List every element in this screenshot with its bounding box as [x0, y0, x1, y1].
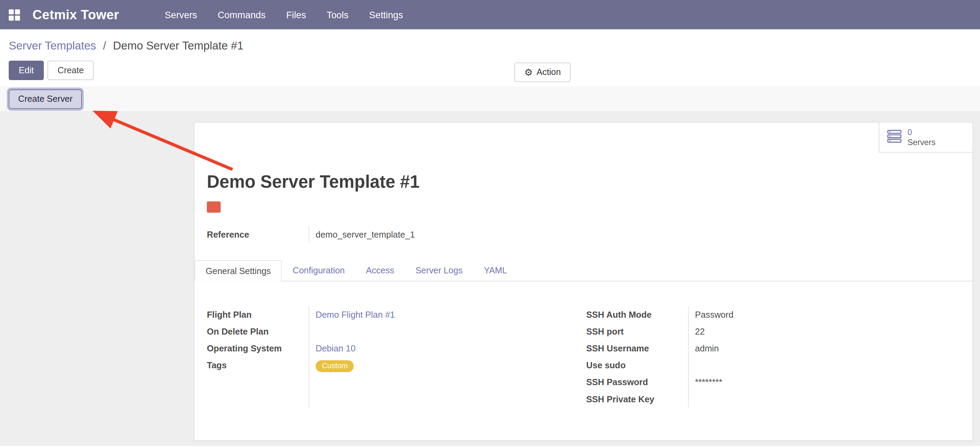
tag-custom: Custom	[316, 360, 354, 372]
tab-yaml[interactable]: YAML	[473, 260, 517, 281]
record-title: Demo Server Template #1	[207, 172, 972, 192]
create-server-button[interactable]: Create Server	[9, 89, 82, 108]
servers-icon	[887, 129, 902, 145]
field-value-on-delete-plan	[316, 323, 587, 340]
action-button-label: Action	[536, 63, 561, 81]
notebook-tabs: General Settings Configuration Access Se…	[194, 260, 972, 282]
general-settings-form: Flight Plan On Delete Plan Operating Sys…	[207, 307, 960, 408]
reference-label: Reference	[207, 226, 309, 243]
tab-configuration[interactable]: Configuration	[282, 260, 355, 281]
content-area: 0 Servers Demo Server Template #1 Refere…	[0, 112, 980, 446]
button-row: Edit Create	[9, 61, 971, 80]
nav-item-commands[interactable]: Commands	[211, 5, 272, 24]
reference-field: Reference demo_server_template_1	[207, 226, 972, 243]
field-value-use-sudo	[695, 357, 960, 374]
nav-item-servers[interactable]: Servers	[158, 5, 204, 24]
stat-text: 0 Servers	[907, 127, 935, 147]
app-window: Cetmix Tower Servers Commands Files Tool…	[0, 0, 980, 447]
field-value-ssh-auth-mode: Password	[695, 307, 960, 323]
breadcrumb-current: Demo Server Template #1	[113, 40, 243, 52]
apps-grid-icon[interactable]	[9, 9, 20, 20]
field-label-ssh-password: SSH Password	[586, 374, 688, 391]
field-group-right: SSH Auth Mode SSH port SSH Username Use …	[586, 307, 960, 408]
field-label-ssh-private-key: SSH Private Key	[586, 391, 688, 408]
stat-label: Servers	[907, 137, 935, 147]
control-panel: Server Templates / Demo Server Template …	[0, 29, 980, 86]
top-navbar: Cetmix Tower Servers Commands Files Tool…	[0, 0, 980, 29]
field-group-left: Flight Plan On Delete Plan Operating Sys…	[207, 307, 586, 408]
field-value-flight-plan[interactable]: Demo Flight Plan #1	[316, 310, 395, 319]
field-label-tags: Tags	[207, 357, 309, 374]
gear-icon: ⚙	[524, 67, 533, 77]
nav-item-settings[interactable]: Settings	[362, 5, 410, 24]
create-button[interactable]: Create	[48, 61, 94, 80]
field-value-operating-system[interactable]: Debian 10	[316, 343, 356, 353]
breadcrumb-separator: /	[103, 40, 106, 52]
tab-server-logs[interactable]: Server Logs	[405, 260, 473, 281]
header-button-strip: Create Server	[0, 86, 980, 112]
field-label-ssh-auth-mode: SSH Auth Mode	[586, 307, 688, 323]
edit-button[interactable]: Edit	[9, 61, 44, 80]
form-sheet: 0 Servers Demo Server Template #1 Refere…	[194, 122, 973, 441]
field-value-ssh-username: admin	[695, 340, 960, 357]
tab-access[interactable]: Access	[355, 260, 405, 281]
reference-value: demo_server_template_1	[309, 226, 415, 243]
field-label-ssh-username: SSH Username	[586, 340, 688, 357]
breadcrumb-parent-link[interactable]: Server Templates	[9, 40, 96, 52]
servers-stat-button[interactable]: 0 Servers	[879, 122, 972, 152]
field-label-ssh-port: SSH port	[586, 323, 688, 340]
color-swatch	[207, 201, 221, 213]
stat-value: 0	[907, 127, 935, 137]
field-label-flight-plan: Flight Plan	[207, 307, 309, 323]
field-value-ssh-password: ********	[695, 374, 960, 391]
field-value-ssh-private-key	[695, 391, 960, 408]
tab-general-settings[interactable]: General Settings	[194, 260, 282, 282]
breadcrumb: Server Templates / Demo Server Template …	[9, 40, 971, 53]
action-button[interactable]: ⚙ Action	[514, 62, 571, 82]
field-label-operating-system: Operating System	[207, 340, 309, 357]
main-menu: Servers Commands Files Tools Settings	[158, 5, 410, 24]
nav-item-files[interactable]: Files	[279, 5, 313, 24]
field-label-on-delete-plan: On Delete Plan	[207, 323, 309, 340]
field-value-ssh-port: 22	[695, 323, 960, 340]
brand-title[interactable]: Cetmix Tower	[33, 7, 119, 22]
nav-item-tools[interactable]: Tools	[320, 5, 356, 24]
field-label-use-sudo: Use sudo	[586, 357, 688, 374]
